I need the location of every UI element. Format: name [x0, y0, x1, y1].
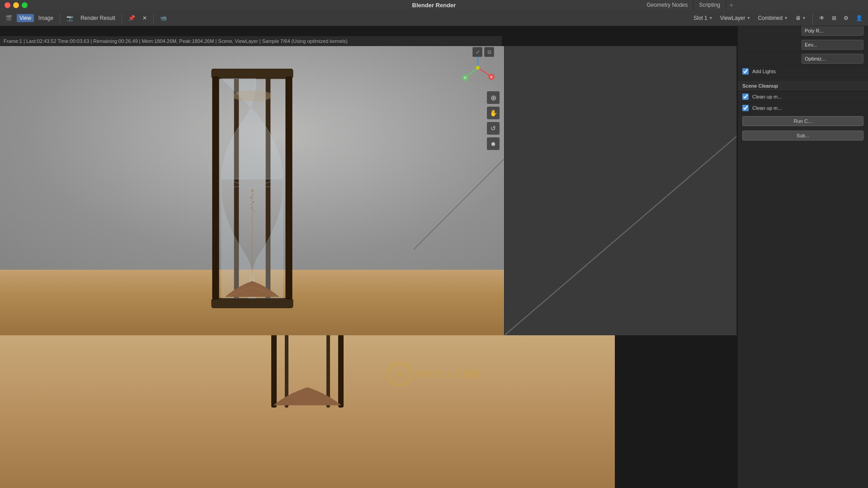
viewlayer-dropdown[interactable]: ViewLayer ▼	[717, 14, 754, 22]
viewport-hand-button[interactable]: ✋	[487, 107, 500, 119]
render-viewport[interactable]: Z X Y ⊕ ✋ ↺ ☻ ⤢ ⊟	[0, 46, 504, 335]
eevee-row: Eev...	[738, 38, 868, 52]
close-render-button[interactable]: ✕	[140, 14, 150, 22]
viewlayer-label: ViewLayer	[720, 15, 745, 21]
svg-point-13	[254, 211, 255, 211]
cleanup1-label: Clean up m...	[752, 94, 782, 99]
pin-icon: 📌	[128, 15, 135, 21]
camera-icon: 📹	[160, 15, 167, 21]
poly-r-field[interactable]: Poly R...	[802, 26, 863, 36]
run-c-row: Run C...	[738, 114, 868, 128]
svg-rect-29	[338, 335, 344, 408]
optimize-row: Optimiz...	[738, 52, 868, 66]
cleanup2-label: Clean up m...	[752, 105, 782, 111]
tab-geometry-nodes[interactable]: Geometry Nodes	[641, 0, 693, 10]
render-result-button[interactable]: Render Result	[78, 14, 118, 22]
svg-line-23	[466, 68, 478, 77]
add-tab-button[interactable]: +	[726, 0, 737, 10]
render-status-text: Frame:1 | Last:02:43.52 Time:00:03.63 | …	[4, 38, 348, 44]
cursor-icon: ↺	[491, 125, 496, 132]
cleanup1-row[interactable]: Clean up m...	[738, 91, 868, 103]
viewport-zoom-button[interactable]: ⊕	[487, 91, 500, 104]
sub-row: Sub...	[738, 128, 868, 143]
toolbar-separator-4	[812, 13, 813, 23]
add-lights-label: Add Lights	[752, 69, 776, 74]
scene-cleanup-header[interactable]: Scene Cleanup	[738, 81, 868, 91]
image-menu-button[interactable]: Image	[36, 14, 56, 22]
optimize-field[interactable]: Optimiz...	[802, 54, 863, 64]
overlay-icon: ⊞	[832, 15, 836, 21]
camera-button[interactable]: 📹	[157, 14, 170, 22]
view-menu-button[interactable]: View	[17, 14, 34, 22]
bottom-scene-area	[0, 335, 615, 488]
slot-label: Slot 1	[693, 15, 708, 21]
watermark-logo: RR	[387, 361, 412, 387]
watermark-text: RRCG 人人素材	[416, 368, 481, 380]
render-icon: 📷	[66, 15, 73, 21]
toolbar-separator-1	[60, 13, 60, 23]
hand-icon: ✋	[490, 109, 497, 117]
extra-settings-icon: ⚙	[844, 15, 849, 21]
svg-line-37	[505, 136, 736, 335]
image-menu-label: Image	[38, 15, 53, 21]
add-lights-row[interactable]: Add Lights	[738, 66, 868, 77]
cleanup1-checkbox[interactable]	[742, 94, 749, 100]
svg-text:Y: Y	[464, 76, 467, 80]
add-lights-checkbox[interactable]	[742, 68, 749, 75]
render-result-label: Render Result	[80, 15, 115, 21]
eevee-field[interactable]: Eev...	[802, 40, 863, 50]
app-title: Blender Render	[412, 2, 456, 9]
svg-point-8	[250, 197, 251, 198]
run-c-button[interactable]: Run C...	[742, 116, 863, 126]
user-icon: 👤	[856, 15, 863, 21]
maximize-button[interactable]	[22, 2, 28, 8]
svg-rect-2	[212, 77, 219, 299]
svg-rect-3	[286, 77, 292, 299]
view-menu-label: View	[19, 15, 31, 21]
svg-rect-0	[212, 69, 293, 79]
compositor-area	[504, 46, 737, 335]
minimize-button[interactable]	[13, 2, 19, 8]
partial-hourglass-svg	[262, 335, 353, 408]
render-expand-button[interactable]: ⤢	[472, 47, 482, 57]
tab-scripting[interactable]: Scripting	[693, 0, 726, 10]
cleanup2-checkbox[interactable]	[742, 105, 749, 111]
collapse-icon: ⊟	[487, 49, 491, 55]
sub-button[interactable]: Sub...	[742, 131, 863, 141]
toolbar-separator-2	[122, 13, 122, 23]
editor-type-button[interactable]: 🎬	[3, 14, 15, 22]
render-status-bar: Frame:1 | Last:02:43.52 Time:00:03.63 | …	[0, 36, 502, 46]
extra-settings-button[interactable]: ⚙	[841, 14, 851, 22]
combined-dropdown[interactable]: Combined ▼	[755, 14, 791, 22]
toolbar-separator-3	[153, 13, 154, 23]
compositor-diagonal	[505, 46, 736, 335]
close-button[interactable]	[5, 2, 10, 8]
viewlayer-dropdown-arrow: ▼	[747, 16, 751, 20]
editor-type-icon: 🎬	[5, 15, 12, 21]
properties-panel: ▼ Poly Render Poly R... Eev... Optimiz..…	[737, 10, 868, 488]
pin-button[interactable]: 📌	[126, 14, 138, 22]
expand-icon: ⤢	[476, 49, 480, 55]
display-settings-button[interactable]: 🖥 ▼	[793, 14, 809, 22]
display-settings-arrow: ▼	[802, 16, 806, 20]
user-icon-button[interactable]: 👤	[853, 14, 865, 22]
cleanup2-row[interactable]: Clean up m...	[738, 103, 868, 114]
viewport-avatar-button[interactable]: ☻	[487, 137, 500, 150]
eevee-value: Eev...	[805, 42, 817, 47]
viewport-cursor-button[interactable]: ↺	[487, 122, 500, 135]
poly-r-value: Poly R...	[805, 28, 824, 33]
main-toolbar: 🎬 View Image 📷 Render Result 📌 ✕ 📹 Slot …	[0, 10, 868, 26]
svg-rect-28	[271, 335, 277, 408]
render-collapse-button[interactable]: ⊟	[484, 47, 494, 57]
combined-label: Combined	[758, 15, 783, 21]
svg-point-9	[253, 202, 254, 203]
slot-dropdown[interactable]: Slot 1 ▼	[691, 14, 716, 22]
combined-dropdown-arrow: ▼	[784, 16, 788, 20]
overlay-button[interactable]: ⊞	[829, 14, 839, 22]
top-tabs: Geometry Nodes Scripting +	[641, 0, 737, 10]
viewport-shading-button[interactable]: 👁	[816, 14, 827, 22]
render-icon-button[interactable]: 📷	[64, 14, 76, 22]
hourglass-svg	[198, 69, 307, 308]
svg-point-26	[476, 66, 480, 70]
optimize-value: Optimiz...	[805, 56, 826, 61]
